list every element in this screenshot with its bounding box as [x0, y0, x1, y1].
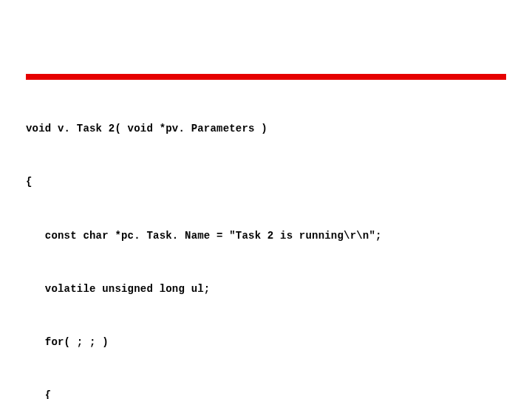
code-block: void v. Task 2( void *pv. Parameters ) {… [26, 84, 506, 399]
code-line: volatile unsigned long ul; [26, 280, 506, 298]
slide-container: void v. Task 2( void *pv. Parameters ) {… [0, 0, 532, 399]
code-line: void v. Task 2( void *pv. Parameters ) [26, 120, 506, 137]
code-line: { [26, 173, 506, 191]
code-line: { [26, 386, 506, 399]
code-line: for( ; ; ) [26, 333, 506, 351]
header-divider [26, 74, 506, 80]
code-line: const char *pc. Task. Name = "Task 2 is … [26, 227, 506, 245]
